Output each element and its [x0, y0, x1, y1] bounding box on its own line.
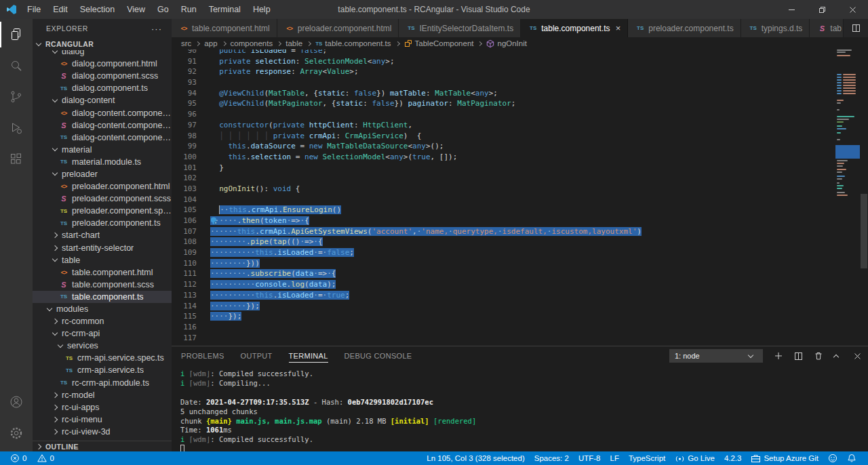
tree-folder-rc-crm-api[interactable]: rc-crm-api — [33, 327, 172, 340]
status-setup-azure-git[interactable]: Setup Azure Git — [746, 453, 823, 463]
status-eol[interactable]: LF — [605, 454, 623, 462]
panel-tab-debug-console[interactable]: DEBUG CONSOLE — [344, 346, 412, 365]
scrollbar-slider[interactable] — [861, 194, 867, 268]
tree-file-table.component.html[interactable]: <>table.component.html — [33, 266, 172, 279]
status-feedback[interactable] — [823, 453, 842, 463]
activitybar-manage[interactable] — [0, 418, 33, 449]
tab-typings.d.ts[interactable]: TStypings.d.ts — [741, 19, 810, 37]
activitybar-extensions[interactable] — [0, 144, 33, 175]
lightbulb-icon[interactable] — [210, 216, 219, 226]
close-button[interactable] — [837, 0, 868, 19]
tab-IEntitySelectorDataItem.ts[interactable]: TSIEntitySelectorDataItem.ts — [399, 19, 521, 37]
tab-preloader.component.html[interactable]: <>preloader.component.html — [277, 19, 399, 37]
tree-file-dialog.component.ts[interactable]: TSdialog.component.ts — [33, 82, 172, 94]
activitybar-source-control[interactable] — [0, 81, 33, 113]
tree-file-table.component.scss[interactable]: Stable.component.scss — [33, 279, 172, 291]
restore-button[interactable] — [807, 0, 837, 19]
menu-edit[interactable]: Edit — [47, 0, 74, 19]
status-language-mode[interactable]: TypeScript — [624, 454, 670, 462]
tree-file-dialog.component.html[interactable]: <>dialog.component.html — [33, 58, 172, 70]
status-notifications[interactable] — [842, 453, 861, 463]
menu-terminal[interactable]: Terminal — [203, 0, 247, 19]
tree-file-dialog.component.scss[interactable]: Sdialog.component.scss — [33, 70, 172, 82]
code-editor[interactable]: 90 public isLoaded = false;91 private se… — [172, 49, 868, 346]
tree-folder-rc-ui-apps[interactable]: rc-ui-apps — [33, 401, 172, 413]
status-errors-count[interactable]: 0 — [5, 453, 31, 463]
panel-tab-output[interactable]: OUTPUT — [241, 346, 273, 365]
panel-tab-problems[interactable]: PROBLEMS — [181, 346, 224, 365]
outline-section-header[interactable]: OUTLINE — [33, 441, 172, 451]
status-indentation[interactable]: Spaces: 2 — [530, 454, 574, 462]
activitybar-run-and-debug[interactable] — [0, 113, 33, 144]
editor-scrollbar[interactable] — [860, 49, 868, 346]
tree-file-preloader.component.html[interactable]: <>preloader.component.html — [33, 180, 172, 193]
tree-folder-preloader[interactable]: preloader — [33, 168, 172, 180]
breadcrumb-segment[interactable]: TableComponent — [415, 39, 474, 47]
menu-run[interactable]: Run — [175, 0, 203, 19]
activitybar-accounts[interactable] — [0, 386, 33, 418]
tree-file-rc-crm-api.module.ts[interactable]: TSrc-crm-api.module.ts — [33, 377, 172, 389]
breadcrumb[interactable]: srcappcomponentstableTStable.component.t… — [172, 37, 868, 49]
menu-selection[interactable]: Selection — [74, 0, 121, 19]
tree-file-crm-api.service.spec.ts[interactable]: TScrm-api.service.spec.ts — [33, 352, 172, 364]
tab-tab[interactable]: Stab — [810, 19, 844, 37]
breadcrumb-segment[interactable]: app — [204, 39, 217, 47]
tab-table.component.html[interactable]: <>table.component.html — [172, 19, 277, 37]
tree-file-dialog-content.component.scss[interactable]: Sdialog-content.component.scss — [33, 119, 172, 132]
breadcrumb-segment[interactable]: src — [181, 39, 191, 47]
tree-folder-rc-common[interactable]: rc-common — [33, 315, 172, 327]
minimize-button[interactable] — [776, 0, 807, 19]
terminal-output[interactable]: i ⌈wdm⌋: Compiled successfully.i ⌈wdm⌋: … — [172, 365, 868, 451]
menu-help[interactable]: Help — [247, 0, 277, 19]
tree-folder-services[interactable]: services — [33, 340, 172, 352]
status-go-live[interactable]: Go Live — [670, 453, 719, 463]
tree-file-preloader.component.scss[interactable]: Spreloader.component.scss — [33, 193, 172, 205]
tree-file-dialog-content.component.html[interactable]: <>dialog-content.component.html — [33, 106, 172, 119]
tree-file-dialog-content.component.ts[interactable]: TSdialog-content.component.ts — [33, 132, 172, 144]
minimap[interactable] — [835, 49, 860, 346]
activitybar-explorer[interactable] — [0, 19, 33, 50]
tree-file-crm-api.service.ts[interactable]: TScrm-api.service.ts — [33, 364, 172, 376]
status-extension-version[interactable]: 4.2.3 — [719, 454, 747, 462]
split-terminal-icon[interactable] — [794, 352, 803, 361]
tree-file-preloader.component.ts[interactable]: TSpreloader.component.ts — [33, 217, 172, 229]
breadcrumb-segment[interactable]: components — [231, 39, 273, 47]
code-area[interactable]: 90 public isLoaded = false;91 private se… — [172, 49, 835, 343]
kill-terminal-icon[interactable] — [814, 351, 823, 361]
breadcrumb-segment[interactable]: table — [285, 39, 302, 47]
status-encoding[interactable]: UTF-8 — [574, 454, 606, 462]
panel-tab-terminal[interactable]: TERMINAL — [289, 346, 328, 365]
tree-folder-start-entity-selector[interactable]: start-entity-selector — [33, 242, 172, 254]
status-cursor-position[interactable]: Ln 105, Col 3 (328 selected) — [422, 454, 529, 462]
close-panel-icon[interactable] — [854, 352, 861, 360]
tree-folder-material[interactable]: material — [33, 144, 172, 156]
close-icon[interactable]: × — [616, 23, 621, 33]
tree-folder-table[interactable]: table — [33, 254, 172, 266]
tree-folder-rc-model[interactable]: rc-model — [33, 389, 172, 401]
activitybar-search[interactable] — [0, 50, 33, 81]
project-section-header[interactable]: RCANGULAR — [33, 38, 172, 50]
menu-file[interactable]: File — [21, 0, 47, 19]
tree-folder-rc-ui-view-3d[interactable]: rc-ui-view-3d — [33, 426, 172, 438]
terminal-selector[interactable]: 1: node — [669, 349, 763, 363]
tree-file-table.component.ts[interactable]: TStable.component.ts — [33, 291, 172, 303]
code-line: 91 private selection: SelectionModel<any… — [172, 56, 835, 67]
tree-file-material.module.ts[interactable]: TSmaterial.module.ts — [33, 156, 172, 168]
maximize-panel-icon[interactable] — [834, 352, 843, 359]
tree-folder-start-chart[interactable]: start-chart — [33, 229, 172, 241]
tab-preloader.component.ts[interactable]: TSpreloader.component.ts — [628, 19, 741, 37]
tree-folder-modules[interactable]: modules — [33, 303, 172, 315]
new-terminal-icon[interactable] — [774, 351, 783, 361]
split-editor-icon[interactable] — [852, 24, 861, 33]
status-warnings-count[interactable]: 0 — [33, 453, 58, 463]
tree-file-preloader.component.spec.ts[interactable]: TSpreloader.component.spec.ts — [33, 205, 172, 217]
tab-table.component.ts[interactable]: TStable.component.ts× — [521, 19, 628, 37]
menu-go[interactable]: Go — [151, 0, 175, 19]
menu-view[interactable]: View — [121, 0, 151, 19]
breadcrumb-segment[interactable]: table.component.ts — [325, 39, 391, 47]
explorer-more-actions-icon[interactable]: ··· — [151, 24, 162, 34]
tree-folder-dialog[interactable]: dialog — [33, 50, 172, 58]
tree-folder-rc-ui-menu[interactable]: rc-ui-menu — [33, 413, 172, 426]
tree-folder-dialog-content[interactable]: dialog-content — [33, 94, 172, 106]
breadcrumb-segment[interactable]: ngOnInit — [497, 39, 526, 47]
